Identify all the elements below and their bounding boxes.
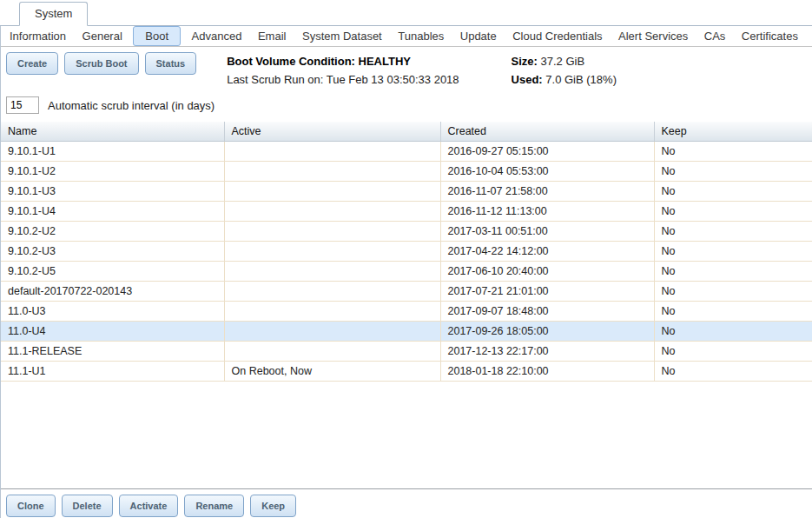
cell-name: 11.1-U1: [1, 362, 224, 382]
boot-volume-size: Size: 37.2 GiB: [512, 52, 617, 70]
table-row[interactable]: 11.0-U32017-09-07 18:48:00No: [1, 302, 812, 322]
cell-active: [224, 242, 440, 262]
column-header-created[interactable]: Created: [440, 122, 654, 142]
subnav-tab-general[interactable]: General: [77, 27, 128, 45]
cell-created: 2018-01-18 22:10:00: [440, 362, 654, 382]
cell-created: 2016-11-07 21:58:00: [440, 182, 654, 202]
size-value: 37.2 GiB: [541, 55, 585, 68]
subnav-tab-email[interactable]: Email: [253, 27, 292, 45]
cell-created: 2017-03-11 00:51:00: [440, 222, 654, 242]
cell-active: On Reboot, Now: [224, 362, 440, 382]
cell-created: 2017-07-21 21:01:00: [440, 282, 654, 302]
cell-keep: No: [654, 362, 812, 382]
subnav-tab-alert-services[interactable]: Alert Services: [613, 27, 693, 45]
column-header-active[interactable]: Active: [224, 122, 440, 142]
used-value: 7.0 GiB (18%): [545, 73, 617, 86]
column-header-keep[interactable]: Keep: [654, 122, 812, 142]
tab-system[interactable]: System: [19, 2, 88, 26]
subnav-tab-information[interactable]: Information: [4, 27, 71, 45]
table-row[interactable]: 9.10.1-U42016-11-12 11:13:00No: [1, 202, 812, 222]
cell-name: 11.1-RELEASE: [1, 342, 224, 362]
activate-button[interactable]: Activate: [119, 495, 179, 517]
boot-volume-condition: Boot Volume Condition: HEALTHY: [227, 52, 459, 70]
delete-button[interactable]: Delete: [62, 495, 113, 517]
cell-keep: No: [654, 262, 812, 282]
cell-name: 11.0-U3: [1, 302, 224, 322]
table-row[interactable]: 9.10.2-U52017-06-10 20:40:00No: [1, 262, 812, 282]
table-row[interactable]: default-20170722-0201432017-07-21 21:01:…: [1, 282, 812, 302]
cell-keep: No: [654, 242, 812, 262]
subnav-tab-cas[interactable]: CAs: [699, 27, 731, 45]
column-header-name[interactable]: Name: [1, 122, 224, 142]
boot-action-buttons: CreateScrub BootStatus: [6, 52, 202, 75]
cell-created: 2017-09-26 18:05:00: [440, 322, 654, 342]
size-label: Size:: [512, 55, 538, 68]
table-row[interactable]: 9.10.1-U12016-09-27 05:15:00No: [1, 142, 812, 162]
cell-created: 2017-09-07 18:48:00: [440, 302, 654, 322]
cell-created: 2017-06-10 20:40:00: [440, 262, 654, 282]
cell-active: [224, 262, 440, 282]
cell-keep: No: [654, 342, 812, 362]
table-row[interactable]: 11.1-U1On Reboot, Now2018-01-18 22:10:00…: [1, 362, 812, 382]
rename-button[interactable]: Rename: [184, 495, 244, 517]
clone-button[interactable]: Clone: [6, 495, 56, 517]
subnav-tab-update[interactable]: Update: [455, 27, 502, 45]
cell-name: default-20170722-020143: [1, 282, 224, 302]
cell-active: [224, 182, 440, 202]
table-row[interactable]: 9.10.2-U32017-04-22 14:12:00No: [1, 242, 812, 262]
cell-name: 9.10.2-U3: [1, 242, 224, 262]
scrub-boot-button[interactable]: Scrub Boot: [64, 52, 138, 75]
row-action-toolbar: CloneDeleteActivateRenameKeep: [1, 488, 812, 518]
subnav-tab-tunables[interactable]: Tunables: [393, 27, 449, 45]
subnav-tab-cloud-credentials[interactable]: Cloud Credentials: [507, 27, 607, 45]
empty-area: [1, 382, 812, 488]
cell-keep: No: [654, 142, 812, 162]
cell-active: [224, 282, 440, 302]
cell-name: 9.10.1-U3: [1, 182, 224, 202]
table-row[interactable]: 9.10.1-U22016-10-04 05:53:00No: [1, 162, 812, 182]
subnav-tab-advanced[interactable]: Advanced: [187, 27, 248, 45]
system-subnav: InformationGeneralBootAdvancedEmailSyste…: [1, 26, 812, 47]
cell-created: 2016-10-04 05:53:00: [440, 162, 654, 182]
subnav-tab-system-dataset[interactable]: System Dataset: [297, 27, 387, 45]
subnav-tab-boot[interactable]: Boot: [133, 26, 181, 46]
cell-created: 2017-12-13 22:17:00: [440, 342, 654, 362]
window-tabbar: System: [0, 0, 812, 26]
cell-active: [224, 142, 440, 162]
table-row[interactable]: 11.1-RELEASE2017-12-13 22:17:00No: [1, 342, 812, 362]
cell-keep: No: [654, 282, 812, 302]
table-row[interactable]: 9.10.1-U32016-11-07 21:58:00No: [1, 182, 812, 202]
cell-active: [224, 162, 440, 182]
scrub-interval-input[interactable]: [6, 96, 39, 114]
scrub-interval-label: Automatic scrub interval (in days): [48, 99, 215, 112]
cell-name: 9.10.1-U4: [1, 202, 224, 222]
boot-toolbar-area: CreateScrub BootStatus Boot Volume Condi…: [1, 47, 812, 117]
cell-active: [224, 202, 440, 222]
cell-keep: No: [654, 322, 812, 342]
cell-active: [224, 322, 440, 342]
cell-keep: No: [654, 162, 812, 182]
cell-active: [224, 302, 440, 322]
cell-keep: No: [654, 222, 812, 242]
table-row[interactable]: 9.10.2-U22017-03-11 00:51:00No: [1, 222, 812, 242]
boot-volume-status: Boot Volume Condition: HEALTHY Last Scru…: [227, 52, 459, 89]
status-button[interactable]: Status: [145, 52, 197, 75]
cell-keep: No: [654, 302, 812, 322]
cell-keep: No: [654, 202, 812, 222]
subnav-tab-certificates[interactable]: Certificates: [736, 27, 803, 45]
cell-created: 2017-04-22 14:12:00: [440, 242, 654, 262]
cell-active: [224, 342, 440, 362]
boot-volume-size-block: Size: 37.2 GiB Used: 7.0 GiB (18%): [512, 52, 617, 89]
last-scrub-run: Last Scrub Run on: Tue Feb 13 03:50:33 2…: [227, 70, 459, 89]
cell-keep: No: [654, 182, 812, 202]
create-button[interactable]: Create: [6, 52, 58, 75]
table-row[interactable]: 11.0-U42017-09-26 18:05:00No: [1, 322, 812, 342]
boot-volume-used: Used: 7.0 GiB (18%): [512, 70, 617, 89]
cell-name: 9.10.2-U5: [1, 262, 224, 282]
cell-name: 9.10.2-U2: [1, 222, 224, 242]
cell-name: 9.10.1-U1: [1, 142, 224, 162]
keep-button[interactable]: Keep: [250, 495, 296, 517]
system-panel: InformationGeneralBootAdvancedEmailSyste…: [0, 26, 812, 518]
cell-name: 11.0-U4: [1, 322, 224, 342]
used-label: Used:: [512, 73, 543, 86]
